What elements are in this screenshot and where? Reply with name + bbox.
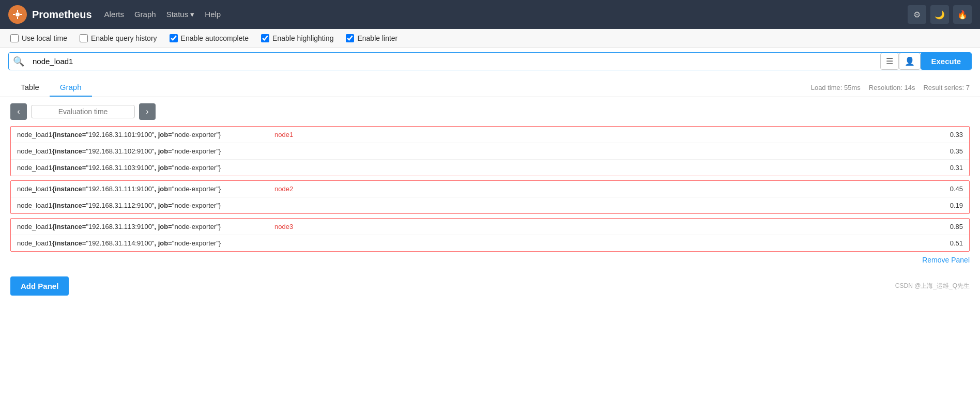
enable-linter-checkbox[interactable]: Enable linter bbox=[346, 34, 397, 42]
result-metric: node_load1{instance="192.168.31.102:9100… bbox=[17, 147, 932, 155]
settings-bar: Use local time Enable query history Enab… bbox=[0, 29, 980, 48]
tab-info: Load time: 55ms Resolution: 14s Result s… bbox=[811, 84, 970, 91]
result-value: 0.85 bbox=[932, 223, 963, 230]
format-btn[interactable]: ☰ bbox=[880, 53, 899, 70]
result-metric: node_load1{instance="192.168.31.111:9100… bbox=[17, 185, 932, 193]
svg-rect-2 bbox=[17, 10, 18, 12]
enable-highlighting-input[interactable] bbox=[261, 34, 269, 42]
nav-alerts[interactable]: Alerts bbox=[104, 10, 124, 19]
enable-query-history-input[interactable] bbox=[80, 34, 88, 42]
watermark: CSDN @上海_运维_Q先生 bbox=[895, 282, 970, 290]
result-value: 0.51 bbox=[932, 239, 963, 247]
tab-graph[interactable]: Graph bbox=[50, 79, 92, 97]
use-local-time-checkbox[interactable]: Use local time bbox=[10, 34, 67, 42]
eval-prev-btn[interactable]: ‹ bbox=[10, 103, 27, 120]
brand: Prometheus bbox=[8, 5, 92, 24]
enable-autocomplete-label: Enable autocomplete bbox=[181, 34, 249, 42]
remove-panel-link[interactable]: Remove Panel bbox=[922, 256, 970, 264]
tab-table[interactable]: Table bbox=[10, 79, 50, 97]
nav-links: Alerts Graph Status ▾ Help bbox=[104, 10, 221, 19]
enable-linter-input[interactable] bbox=[346, 34, 354, 42]
info-icon-btn[interactable]: 🔥 bbox=[953, 5, 972, 24]
result-metric: node_load1{instance="192.168.31.103:9100… bbox=[17, 164, 932, 172]
result-value: 0.19 bbox=[932, 202, 963, 209]
result-value: 0.45 bbox=[932, 185, 963, 193]
eval-next-btn[interactable]: › bbox=[139, 103, 156, 120]
add-panel-button[interactable]: Add Panel bbox=[10, 276, 69, 296]
group-label-node2: node2 bbox=[274, 185, 293, 193]
result-value: 0.31 bbox=[932, 164, 963, 172]
load-time: Load time: 55ms bbox=[811, 84, 861, 91]
result-value: 0.33 bbox=[932, 131, 963, 138]
result-row: node_load1{instance="192.168.31.102:9100… bbox=[11, 143, 969, 160]
navbar: Prometheus Alerts Graph Status ▾ Help ⚙ … bbox=[0, 0, 980, 29]
settings-icon-btn[interactable]: ⚙ bbox=[908, 5, 926, 24]
metrics-btn[interactable]: 👤 bbox=[899, 53, 921, 70]
enable-highlighting-label: Enable highlighting bbox=[272, 34, 333, 42]
resolution: Resolution: 14s bbox=[869, 84, 915, 91]
bottom-bar: Add Panel CSDN @上海_运维_Q先生 bbox=[0, 268, 980, 304]
tabs: Table Graph bbox=[10, 79, 92, 97]
tabs-area: Table Graph Load time: 55ms Resolution: … bbox=[0, 74, 980, 97]
query-bar-wrapper: 🔍 ☰ 👤 Execute bbox=[8, 52, 972, 70]
results-area: node_load1{instance="192.168.31.101:9100… bbox=[0, 126, 980, 252]
prometheus-logo bbox=[8, 5, 27, 24]
eval-bar: ‹ › bbox=[0, 97, 980, 126]
nav-help[interactable]: Help bbox=[205, 10, 221, 19]
result-group-node2: node_load1{instance="192.168.31.111:9100… bbox=[10, 180, 970, 214]
svg-rect-3 bbox=[17, 17, 18, 19]
brand-name: Prometheus bbox=[32, 9, 92, 21]
svg-rect-4 bbox=[13, 14, 15, 15]
result-row: node_load1{instance="192.168.31.114:9100… bbox=[11, 235, 969, 251]
result-row: node_load1{instance="192.168.31.113:9100… bbox=[11, 219, 969, 235]
result-row: node_load1{instance="192.168.31.103:9100… bbox=[11, 160, 969, 176]
result-row: node_load1{instance="192.168.31.101:9100… bbox=[11, 127, 969, 143]
svg-point-1 bbox=[16, 12, 20, 17]
enable-autocomplete-input[interactable] bbox=[170, 34, 178, 42]
enable-linter-label: Enable linter bbox=[357, 34, 397, 42]
result-row: node_load1{instance="192.168.31.112:9100… bbox=[11, 197, 969, 213]
result-metric: node_load1{instance="192.168.31.113:9100… bbox=[17, 223, 932, 230]
query-input[interactable] bbox=[28, 55, 880, 68]
eval-time-input[interactable] bbox=[31, 105, 135, 118]
enable-query-history-checkbox[interactable]: Enable query history bbox=[80, 34, 157, 42]
result-metric: node_load1{instance="192.168.31.114:9100… bbox=[17, 239, 932, 247]
enable-query-history-label: Enable query history bbox=[91, 34, 157, 42]
result-metric: node_load1{instance="192.168.31.101:9100… bbox=[17, 131, 932, 138]
group-label-node3: node3 bbox=[274, 223, 293, 230]
result-series: Result series: 7 bbox=[923, 84, 970, 91]
enable-autocomplete-checkbox[interactable]: Enable autocomplete bbox=[170, 34, 249, 42]
result-group-node1: node_load1{instance="192.168.31.101:9100… bbox=[10, 126, 970, 176]
enable-highlighting-checkbox[interactable]: Enable highlighting bbox=[261, 34, 333, 42]
result-metric: node_load1{instance="192.168.31.112:9100… bbox=[17, 202, 932, 209]
nav-status[interactable]: Status ▾ bbox=[166, 10, 195, 19]
result-row: node_load1{instance="192.168.31.111:9100… bbox=[11, 181, 969, 197]
result-value: 0.35 bbox=[932, 147, 963, 155]
group-label-node1: node1 bbox=[274, 131, 293, 138]
result-group-node3: node_load1{instance="192.168.31.113:9100… bbox=[10, 218, 970, 252]
search-icon: 🔍 bbox=[9, 56, 28, 67]
execute-button[interactable]: Execute bbox=[921, 53, 971, 70]
svg-rect-5 bbox=[20, 14, 22, 15]
theme-icon-btn[interactable]: 🌙 bbox=[930, 5, 949, 24]
nav-graph[interactable]: Graph bbox=[134, 10, 156, 19]
navbar-right: ⚙ 🌙 🔥 bbox=[908, 5, 972, 24]
use-local-time-label: Use local time bbox=[22, 34, 67, 42]
use-local-time-input[interactable] bbox=[10, 34, 19, 42]
